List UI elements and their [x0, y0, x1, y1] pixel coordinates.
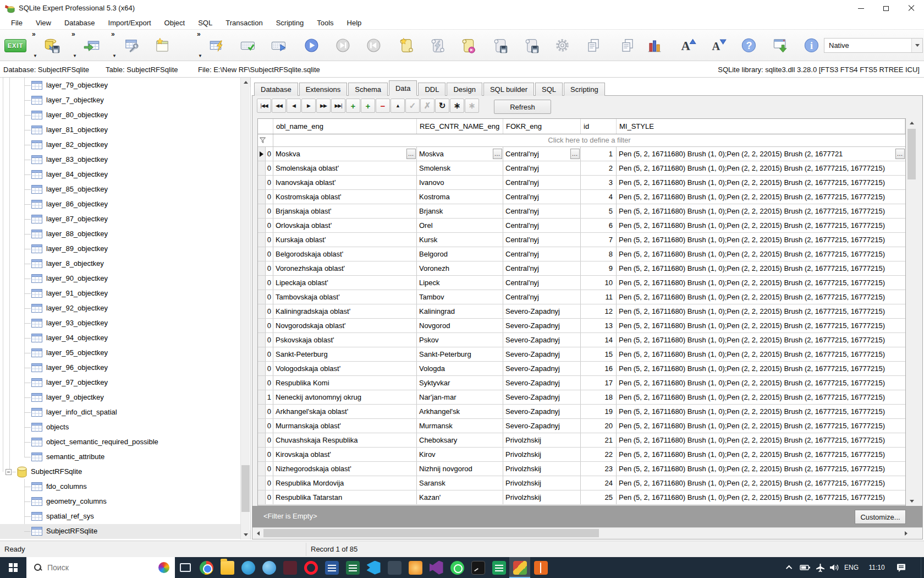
clock[interactable]: 11:10 — [864, 557, 890, 578]
cell-flag[interactable]: 0 — [266, 276, 273, 290]
cell-flag[interactable]: 0 — [266, 190, 273, 204]
cell-id[interactable]: 20 — [581, 419, 617, 433]
taskbar-app-chrome[interactable] — [196, 557, 217, 578]
table-row[interactable]: 0Tambovskaja oblast'TambovCentral'nyj11P… — [258, 290, 905, 304]
cell-mi-style[interactable]: Pen (5, 2, 16711680) Brush (1, 0);Pen (2… — [617, 261, 905, 275]
cell-fokr-eng[interactable]: Central'nyj — [503, 161, 581, 175]
script-save-button[interactable] — [491, 36, 509, 55]
tree-item-layer-85-objectkey[interactable]: layer_85_objectkey — [0, 182, 240, 197]
cell-flag[interactable]: 0 — [266, 490, 273, 504]
export-table-button[interactable] — [82, 36, 101, 55]
tree-item-object-semantic-required-possible[interactable]: object_semantic_required_possible — [0, 435, 240, 450]
tree-item-layer-84-objectkey[interactable]: layer_84_objectkey — [0, 167, 240, 182]
cell-reg-cntr-name-eng[interactable]: Sankt-Peterburg — [417, 347, 503, 361]
cell-flag[interactable]: 0 — [266, 219, 273, 232]
maximize-button[interactable] — [873, 0, 899, 17]
cell-fokr-eng[interactable]: Central'nyj — [503, 261, 581, 275]
tree-item-layer-93-objectkey[interactable]: layer_93_objectkey — [0, 316, 240, 331]
taskbar-app-sqlite-expert[interactable] — [509, 557, 530, 578]
tab-extensions[interactable]: Extensions — [299, 83, 348, 96]
tab-data[interactable]: Data — [389, 80, 417, 96]
taskbar-app-sheets[interactable] — [488, 557, 509, 578]
grid-filter-row[interactable]: Click here to define a filter — [258, 134, 905, 147]
cell-mi-style[interactable]: Pen (5, 2, 16711680) Brush (1, 0);Pen (2… — [617, 405, 905, 418]
insert-record-button[interactable]: + — [346, 99, 360, 113]
dropdown-arrow-icon[interactable]: ▼ — [33, 53, 37, 58]
cell-mi-style[interactable]: Pen (5, 2, 16711680) Brush (1, 0);Pen (2… — [617, 233, 905, 247]
table-row[interactable]: 0Brjanskaja oblast'BrjanskCentral'nyj5Pe… — [258, 204, 905, 219]
cell-fokr-eng[interactable]: Severo-Zapadnyj — [503, 419, 581, 433]
cell-obl-name-eng[interactable]: Ivanovskaja oblast' — [273, 176, 417, 189]
table-row[interactable]: 0Orlovskaja oblast'OrelCentral'nyj6Pen (… — [258, 219, 905, 233]
about-button[interactable]: i — [802, 36, 821, 55]
cell-id[interactable]: 6 — [581, 219, 617, 232]
cell-fokr-eng[interactable]: Central'nyj — [503, 190, 581, 204]
cell-obl-name-eng[interactable]: Kaliningradskaja oblast' — [273, 304, 417, 318]
tab-schema[interactable]: Schema — [348, 83, 388, 96]
tray-chevron-up-icon[interactable] — [783, 557, 796, 578]
post-edit-button[interactable]: ✓ — [405, 99, 420, 113]
dropdown-arrow-icon[interactable]: ▼ — [112, 53, 117, 58]
cell-reg-cntr-name-eng[interactable]: Kirov — [417, 448, 503, 461]
cell-mi-style[interactable]: Pen (5, 2, 16711680) Brush (1, 0);Pen (2… — [617, 219, 905, 232]
cell-mi-style[interactable]: Pen (5, 2, 16711680) Brush (1, 0);Pen (2… — [617, 333, 905, 347]
cell-flag[interactable]: 0 — [266, 347, 273, 361]
tree-item-layer-87-objectkey[interactable]: layer_87_objectkey — [0, 212, 240, 227]
cell-obl-name-eng[interactable]: Kurskaja oblast' — [273, 233, 417, 247]
cell-flag[interactable]: 0 — [266, 304, 273, 318]
cell-reg-cntr-name-eng[interactable]: Moskva… — [417, 147, 503, 161]
bookmark-goto-button[interactable]: ∗ — [465, 99, 479, 113]
overflow-chevron-icon[interactable]: » — [197, 30, 201, 38]
font-decrease-button[interactable]: A — [709, 36, 728, 55]
taskbar-app-vscode[interactable] — [363, 557, 384, 578]
column-header-mi-style[interactable]: MI_STYLE — [617, 119, 905, 134]
cell-ellipsis-button[interactable]: … — [570, 149, 580, 159]
cell-id[interactable]: 12 — [581, 304, 617, 318]
cell-obl-name-eng[interactable]: Moskva… — [273, 147, 417, 161]
overflow-chevron-icon[interactable]: » — [111, 30, 115, 38]
cell-reg-cntr-name-eng[interactable]: Vologda — [417, 362, 503, 375]
cell-reg-cntr-name-eng[interactable]: Brjansk — [417, 204, 503, 218]
cell-id[interactable]: 2 — [581, 161, 617, 175]
tree-collapse-toggle[interactable] — [6, 469, 12, 475]
cell-mi-style[interactable]: Pen (5, 2, 16711680) Brush (1, 0);Pen (2… — [617, 319, 905, 332]
cell-obl-name-eng[interactable]: Lipeckaja oblast' — [273, 276, 417, 290]
cell-reg-cntr-name-eng[interactable]: Smolensk — [417, 161, 503, 175]
table-row[interactable]: 0Arkhangel'skaja oblast'Arkhangel'skSeve… — [258, 405, 905, 419]
table-row[interactable]: 1Neneckij avtonomnyj okrugNar'jan-marSev… — [258, 390, 905, 405]
taskbar-app-book[interactable] — [530, 557, 551, 578]
tree-item-layer-91-objectkey[interactable]: layer_91_objectkey — [0, 286, 240, 301]
cell-id[interactable]: 1 — [581, 147, 617, 161]
cell-reg-cntr-name-eng[interactable]: Voronezh — [417, 261, 503, 275]
taskbar-app-app-slate[interactable] — [384, 557, 405, 578]
prior-button[interactable]: ◀ — [287, 99, 301, 113]
cell-flag[interactable]: 0 — [266, 433, 273, 447]
script-save-as-button[interactable] — [522, 36, 541, 55]
show-desktop-button[interactable] — [921, 557, 924, 578]
scroll-left-icon[interactable] — [254, 528, 263, 538]
scroll-up-icon[interactable] — [241, 78, 250, 87]
taskbar-app-opera[interactable] — [300, 557, 321, 578]
cell-fokr-eng[interactable]: Severo-Zapadnyj — [503, 405, 581, 418]
dropdown-arrow-icon[interactable]: ▼ — [198, 53, 202, 58]
cell-fokr-eng[interactable]: Privolzhskij — [503, 433, 581, 447]
tree-item-layer-86-objectkey[interactable]: layer_86_objectkey — [0, 197, 240, 212]
save-database-button[interactable] — [43, 36, 62, 55]
scroll-down-icon[interactable] — [907, 497, 916, 506]
cell-mi-style[interactable]: Pen (5, 2, 16711680) Brush (1, 0);Pen (2… — [617, 462, 905, 476]
taskbar-app-terminal[interactable] — [468, 557, 488, 578]
table-row[interactable]: 0Nizhegorodskaja oblast'Nizhnij novgorod… — [258, 462, 905, 476]
tab-scripting[interactable]: Scripting — [564, 83, 605, 96]
cell-flag[interactable]: 0 — [266, 376, 273, 390]
cell-obl-name-eng[interactable]: Brjanskaja oblast' — [273, 204, 417, 218]
cell-obl-name-eng[interactable]: Vologodskaja oblast' — [273, 362, 417, 375]
tree-scrollbar[interactable] — [240, 78, 250, 539]
taskbar-app-task-view[interactable] — [175, 557, 196, 578]
tree-item-subjectrfsqlite-selected[interactable]: SubjectRFSqlite — [0, 524, 240, 539]
dropdown-arrow-icon[interactable]: ▼ — [73, 53, 77, 58]
cell-reg-cntr-name-eng[interactable]: Novgorod — [417, 319, 503, 332]
table-row[interactable]: 0Kirovskaja oblast'KirovPrivolzhskij22Pe… — [258, 448, 905, 462]
cell-id[interactable]: 19 — [581, 405, 617, 418]
overflow-chevron-icon[interactable]: » — [32, 30, 36, 38]
cell-obl-name-eng[interactable]: Chuvashskaja Respublika — [273, 433, 417, 447]
